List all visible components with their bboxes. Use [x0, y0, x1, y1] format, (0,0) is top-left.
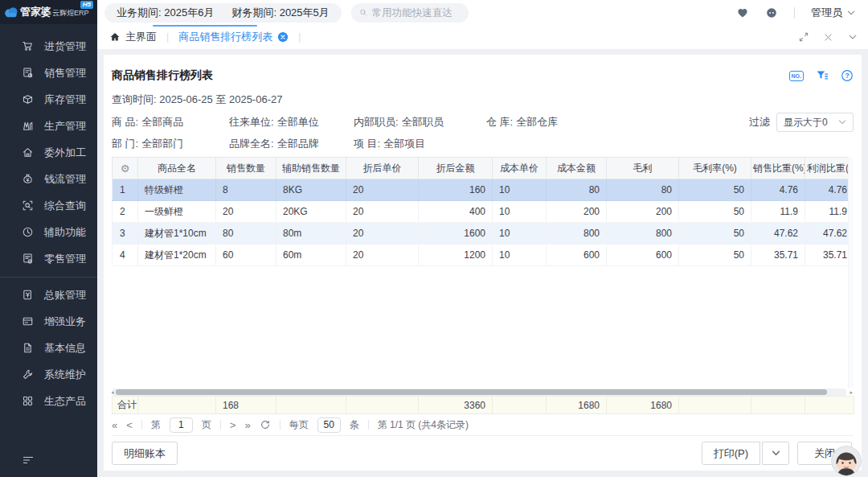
- tab-active[interactable]: 商品销售排行榜列表: [178, 30, 289, 44]
- message-icon[interactable]: [765, 6, 778, 19]
- pager-divider: [280, 420, 280, 430]
- sidebar-item-label: 增强业务: [44, 315, 86, 329]
- table-cell: 80m: [276, 223, 346, 245]
- table-cell: 800: [607, 223, 679, 245]
- next-page-button[interactable]: >: [230, 420, 236, 430]
- sidebar-item-wrench[interactable]: 系统维护: [0, 361, 97, 388]
- filter-value: 全部商品: [141, 115, 183, 130]
- user-menu[interactable]: 管理员: [811, 6, 855, 20]
- prev-page-button[interactable]: <: [126, 420, 133, 430]
- report-card: 商品销售排行榜列表 NO. ? 查询时间: 2025-06-25 至 2025-…: [104, 55, 862, 471]
- period-selector[interactable]: 业务期间: 2025年6月 财务期间: 2025年5月: [104, 3, 342, 23]
- refresh-icon[interactable]: [260, 419, 271, 430]
- chevron-down-icon[interactable]: [847, 31, 858, 43]
- print-button[interactable]: 打印(P): [702, 442, 760, 465]
- filter-value: 全部单位: [277, 115, 319, 130]
- help-icon[interactable]: ?: [841, 69, 854, 82]
- assistant-avatar[interactable]: [831, 446, 862, 476]
- table-cell: 800: [547, 223, 607, 245]
- column-header[interactable]: 折后金额: [419, 158, 493, 179]
- first-page-button[interactable]: «: [112, 420, 117, 430]
- sidebar-item-label: 进货管理: [44, 39, 86, 54]
- collapse-sidebar-icon[interactable]: [22, 454, 35, 467]
- sidebar-item-box[interactable]: 库存管理: [0, 86, 97, 113]
- per-page-input[interactable]: 50: [317, 417, 341, 433]
- totals-cell: 168: [216, 397, 276, 414]
- column-header[interactable]: 成本单价: [493, 158, 547, 179]
- pager-divider: [141, 420, 142, 430]
- column-header[interactable]: 利润比重(%): [805, 158, 854, 179]
- table-cell: 47.62: [751, 223, 805, 245]
- sidebar-item-cart[interactable]: 进货管理: [0, 33, 97, 60]
- sidebar-item-ledger[interactable]: 总账管理: [0, 282, 97, 308]
- fullscreen-icon[interactable]: [798, 31, 809, 43]
- table-cell: 35.71: [751, 245, 805, 266]
- sidebar-item-clock[interactable]: 辅助功能: [0, 219, 97, 245]
- last-page-button[interactable]: »: [244, 420, 250, 430]
- table-cell: 400: [419, 201, 493, 223]
- finance-period[interactable]: 财务期间: 2025年5月: [231, 6, 329, 20]
- table-cell: 80: [547, 179, 607, 201]
- table-cell: 160: [419, 179, 493, 201]
- page-number-input[interactable]: 1: [170, 417, 193, 433]
- filter-value: 全部项目: [383, 137, 425, 151]
- h5-badge: H5: [80, 1, 93, 9]
- horizontal-scrollbar[interactable]: ◂ ▸: [112, 389, 846, 396]
- money-bag-icon: [22, 173, 35, 186]
- column-header[interactable]: 销售数量: [216, 158, 276, 179]
- sidebar-item-label: 销售管理: [44, 66, 86, 80]
- finance-period-label: 财务期间:: [231, 6, 276, 19]
- tab-home[interactable]: 主界面: [109, 30, 157, 44]
- per-page-prefix-label: 每页: [289, 418, 309, 432]
- sidebar-item-production[interactable]: 生产管理: [0, 113, 97, 139]
- sidebar-item-label: 综合查询: [44, 199, 86, 213]
- table-row[interactable]: 4建材管1*20cm6060m201200106006005035.7135.7…: [113, 245, 854, 266]
- query-time: 查询时间: 2025-06-25 至 2025-06-27: [112, 88, 854, 111]
- column-header[interactable]: 成本金额: [547, 158, 607, 179]
- print-options-button[interactable]: [762, 442, 789, 465]
- column-header[interactable]: 商品全名: [138, 158, 216, 179]
- finance-period-value: 2025年5月: [280, 6, 330, 19]
- display-filter-select[interactable]: 显示大于0: [776, 113, 854, 132]
- filter-icon[interactable]: [816, 69, 829, 82]
- sidebar-item-card[interactable]: 增强业务: [0, 308, 97, 335]
- table-cell: 80: [607, 179, 679, 201]
- scroll-left-arrow-icon[interactable]: ◂: [112, 389, 114, 396]
- column-header[interactable]: 辅助销售数量: [276, 158, 346, 179]
- close-all-icon[interactable]: [823, 32, 833, 43]
- table-row[interactable]: 1特级鲜橙88KG20160108080504.764.76: [113, 179, 854, 201]
- retail-doc-icon: [22, 253, 35, 265]
- table-cell: 600: [607, 245, 679, 266]
- column-header[interactable]: 折后单价: [346, 158, 419, 179]
- row-number-toggle-icon[interactable]: NO.: [789, 71, 804, 81]
- quick-search[interactable]: [351, 3, 469, 23]
- sidebar-item-document[interactable]: 基本信息: [0, 335, 97, 361]
- sidebar-item-house[interactable]: 委外加工: [0, 139, 97, 166]
- close-tab-icon[interactable]: [277, 31, 289, 43]
- sidebar-item-sales-doc[interactable]: 销售管理: [0, 60, 97, 86]
- sidebar-item-money-bag[interactable]: 钱流管理: [0, 166, 97, 192]
- column-header[interactable]: 毛利: [607, 158, 679, 179]
- column-header[interactable]: 毛利率(%): [679, 158, 751, 179]
- column-settings-header[interactable]: ⚙: [113, 158, 138, 179]
- favorites-heart-icon[interactable]: [736, 6, 749, 19]
- sidebar-item-retail-doc[interactable]: 零售管理: [0, 245, 97, 272]
- detail-ledger-button[interactable]: 明细账本: [112, 442, 178, 465]
- topbar-actions: 管理员: [736, 6, 855, 20]
- table-cell: 4.76: [751, 179, 805, 201]
- app-window: 管家婆 云辉煌ERP H5 进货管理销售管理库存管理生产管理委外加工钱流管理综合…: [0, 0, 868, 477]
- table-row[interactable]: 3建材管1*10cm8080m201600108008005047.6247.6…: [113, 223, 854, 245]
- filter-value: 全部职员: [402, 115, 444, 130]
- search-input[interactable]: [372, 7, 461, 19]
- business-period-value: 2025年6月: [164, 6, 214, 19]
- topbar: 业务期间: 2025年6月 财务期间: 2025年5月 管理员: [97, 0, 868, 25]
- table-cell: 10: [493, 245, 547, 266]
- sidebar-item-scan-search[interactable]: 综合查询: [0, 192, 97, 219]
- sidebar-item-grid[interactable]: 生态产品: [0, 388, 97, 414]
- column-header[interactable]: 销售比重(%): [751, 158, 805, 179]
- table-row[interactable]: 2一级鲜橙2020KG20400102002005011.911.9: [113, 201, 854, 223]
- scrollbar-thumb[interactable]: [116, 389, 827, 395]
- vertical-scrollbar[interactable]: [848, 157, 854, 388]
- scroll-right-arrow-icon[interactable]: ▸: [850, 389, 853, 396]
- business-period[interactable]: 业务期间: 2025年6月: [117, 6, 214, 20]
